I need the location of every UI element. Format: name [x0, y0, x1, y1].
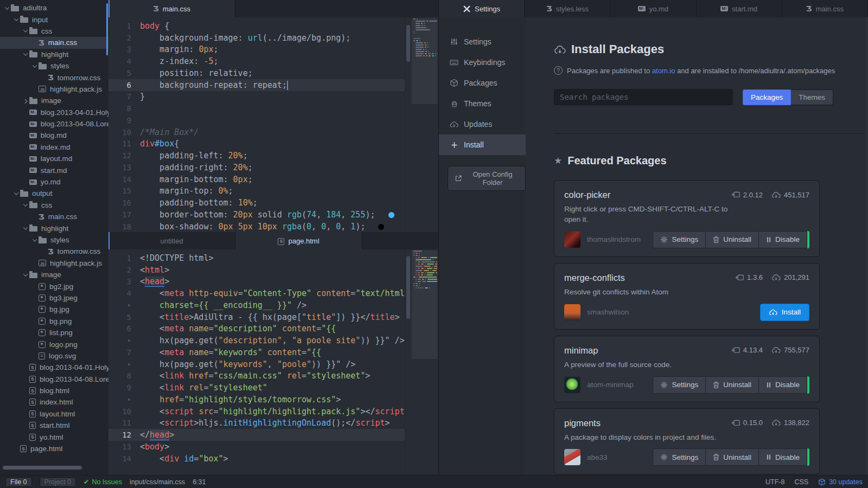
sidebar-item-themes[interactable]: Themes: [439, 93, 526, 114]
tree-item[interactable]: highlight: [0, 49, 108, 60]
code-line[interactable]: 5 position: relative;: [108, 67, 405, 79]
tree-horizontal-scrollbar[interactable]: [3, 466, 82, 470]
uninstall-button[interactable]: Uninstall: [705, 448, 759, 466]
tree-item[interactable]: JShighlight.pack.js: [0, 84, 108, 95]
code-line[interactable]: 16 padding-bottom: 10%;: [108, 197, 405, 209]
tab-main-css[interactable]: Ʒmain.css: [782, 0, 868, 17]
search-packages-input[interactable]: [554, 89, 733, 105]
code-line[interactable]: 15 margin-top: 0%;: [108, 185, 405, 197]
tree-item[interactable]: image: [0, 95, 108, 106]
bottom-minimap-zone[interactable]: [405, 249, 438, 475]
editor-scrollbar[interactable]: [406, 25, 410, 62]
code-line[interactable]: 6 <meta name="description" content="{{: [108, 323, 405, 335]
code-line[interactable]: 11div#box{: [108, 138, 405, 150]
no-issues-status[interactable]: ✔No Issues: [84, 478, 122, 486]
sidebar-item-packages[interactable]: Packages: [439, 73, 526, 93]
code-line[interactable]: 5 <title>AdiUltra - {{ hx(page["title"])…: [108, 311, 405, 323]
tab-start-md[interactable]: M↓start.md: [697, 0, 782, 17]
package-author[interactable]: abe33: [587, 453, 608, 461]
tree-item[interactable]: list.png: [0, 327, 108, 338]
grammar-indicator[interactable]: CSS: [794, 478, 808, 486]
tab-page-html[interactable]: 5page.html: [235, 232, 362, 249]
code-line[interactable]: 14 margin-bottom: 0px;: [108, 174, 405, 185]
code-line[interactable]: 3 margin: 0px;: [108, 44, 405, 56]
code-line[interactable]: 10/*Main Box*/: [108, 126, 405, 138]
code-line[interactable]: 4 <meta http-equiv="Content-Type" conten…: [108, 287, 405, 299]
tree-item[interactable]: bg3.jpeg: [0, 292, 108, 304]
tree-item[interactable]: 5blog.2013-04-01.Holy_Gr: [0, 362, 108, 373]
tree-item[interactable]: highlight: [0, 222, 108, 234]
package-name[interactable]: minimap: [564, 345, 598, 356]
code-line[interactable]: 1<!DOCTYPE html>: [108, 252, 405, 264]
minimap[interactable]: [412, 251, 437, 475]
disable-button[interactable]: Disable: [758, 448, 807, 466]
code-line[interactable]: 9: [108, 114, 405, 126]
packages-toggle-button[interactable]: Packages: [743, 89, 791, 105]
tab-styles-less[interactable]: Ʒstyles.less: [525, 0, 610, 17]
code-line[interactable]: • hx(page.get("description", "a poole si…: [108, 335, 405, 346]
package-name[interactable]: pigments: [564, 418, 601, 428]
tree-item[interactable]: bg.png: [0, 316, 108, 327]
tree-item[interactable]: 5page.html: [0, 443, 108, 454]
tab-untitled[interactable]: untitled: [108, 232, 235, 249]
code-line[interactable]: 9 <link rel="stylesheet": [108, 382, 405, 394]
sidebar-item-keybindings[interactable]: Keybindings: [439, 52, 526, 73]
tab-yo-md[interactable]: M↓yo.md: [610, 0, 696, 17]
updates-indicator[interactable]: 30 updates: [818, 478, 863, 486]
tree-item[interactable]: image: [0, 269, 108, 280]
disable-button[interactable]: Disable: [758, 231, 807, 248]
tree-item[interactable]: styles: [0, 234, 108, 246]
sidebar-item-install[interactable]: Install: [439, 134, 526, 155]
code-line[interactable]: 13 padding-right: 20%;: [108, 162, 405, 174]
tree-item[interactable]: 5yo.html: [0, 431, 108, 442]
tree-item[interactable]: output: [0, 188, 108, 199]
disable-button[interactable]: Disable: [758, 376, 807, 394]
themes-toggle-button[interactable]: Themes: [791, 89, 833, 105]
tab-main-css[interactable]: Ʒ main.css: [108, 0, 235, 17]
tree-item[interactable]: css: [0, 200, 108, 211]
code-line[interactable]: 13<body>: [108, 441, 405, 453]
code-line[interactable]: 8: [108, 102, 405, 114]
file-issues-badge[interactable]: File 0: [5, 477, 32, 487]
tree-item[interactable]: Ʒtomorrow.css: [0, 72, 108, 83]
tree-item[interactable]: M↓layout.md: [0, 153, 108, 164]
code-line[interactable]: 1body {: [108, 20, 405, 32]
code-line[interactable]: 2 background-image: url(../image/bg.png)…: [108, 32, 405, 44]
tree-item[interactable]: ≡logo.svg: [0, 350, 108, 362]
atom-io-link[interactable]: atom.io: [652, 67, 675, 75]
tree-item[interactable]: M↓start.md: [0, 164, 108, 176]
minimap[interactable]: [412, 18, 437, 232]
tree-item[interactable]: styles: [0, 60, 108, 72]
code-line[interactable]: 3<head>: [108, 276, 405, 288]
tree-item[interactable]: 5layout.html: [0, 408, 108, 420]
tab-settings[interactable]: Settings: [439, 0, 525, 17]
open-config-folder-button[interactable]: Open Config Folder: [448, 166, 526, 191]
code-line[interactable]: 8 <link href="css/main.css" rel="stylesh…: [108, 370, 405, 382]
tree-item[interactable]: 5blog.html: [0, 385, 108, 396]
tree-item[interactable]: logo.png: [0, 338, 108, 350]
tree-item[interactable]: Ʒmain.css: [0, 37, 108, 48]
sidebar-item-settings[interactable]: Settings: [439, 31, 526, 52]
tree-item[interactable]: 5index.html: [0, 396, 108, 408]
tree-vertical-scrollbar[interactable]: [106, 3, 108, 55]
code-line[interactable]: 7}: [108, 91, 405, 103]
package-settings-button[interactable]: Settings: [653, 448, 706, 466]
tree-item[interactable]: M↓blog.2013-04-08.Lorem_I: [0, 118, 108, 130]
editor-scrollbar[interactable]: [406, 256, 410, 319]
code-line[interactable]: • hx(page.get("keywords", "poole")) }}" …: [108, 358, 405, 370]
tree-item[interactable]: adiultra: [0, 2, 108, 14]
tree-item[interactable]: bg2.jpg: [0, 280, 108, 292]
code-line[interactable]: 17 border-bottom: 20px solid rgb(74, 184…: [108, 209, 405, 221]
code-line[interactable]: 18 box-shadow: 0px 5px 10px rgba(0, 0, 0…: [108, 221, 405, 232]
sidebar-item-updates[interactable]: Updates: [439, 114, 526, 134]
html-editor[interactable]: 1<!DOCTYPE html>2<html>3<head>4 <meta ht…: [108, 249, 405, 475]
package-settings-button[interactable]: Settings: [653, 376, 706, 394]
package-author[interactable]: smashwilson: [587, 308, 629, 316]
package-name[interactable]: color-picker: [564, 190, 610, 200]
current-file-path[interactable]: input/css/main.css: [130, 478, 185, 486]
code-line[interactable]: • charset={{ __encoding__ }}" />: [108, 299, 405, 311]
code-line[interactable]: 7 <meta name="keywords" content="{{: [108, 346, 405, 358]
tree-item[interactable]: M↓yo.md: [0, 176, 108, 188]
uninstall-button[interactable]: Uninstall: [705, 376, 759, 394]
top-minimap-zone[interactable]: [405, 17, 438, 232]
